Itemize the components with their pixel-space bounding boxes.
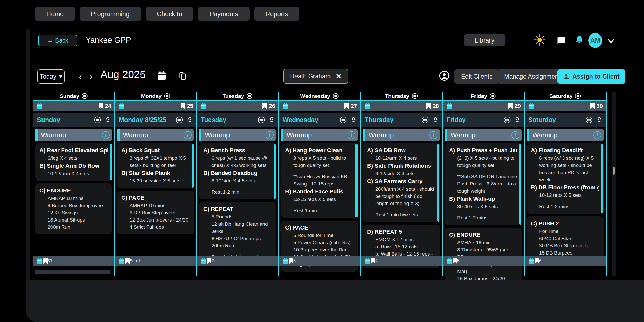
calendar-icon[interactable] [118, 103, 125, 110]
bookmark-icon[interactable] [289, 258, 293, 264]
warmup-section-header[interactable]: Warmupi [35, 129, 112, 141]
person-icon[interactable] [596, 116, 603, 123]
chat-icon[interactable] [556, 36, 566, 45]
eye-icon[interactable] [412, 93, 418, 99]
calendar-icon[interactable] [282, 258, 289, 265]
back-button[interactable]: ← Back [38, 35, 77, 46]
calendar-icon[interactable] [364, 258, 371, 265]
workout-block[interactable]: A) Back Squat3 reps @ 32X1 tempo X 5 set… [117, 143, 194, 188]
warmup-section-header[interactable]: Warmupi [117, 129, 194, 141]
day-card-header-sunday[interactable]: Sunday [33, 113, 114, 127]
eye-icon[interactable] [503, 116, 511, 124]
notifications-bell-icon[interactable] [574, 35, 584, 45]
workout-block[interactable]: A) Rear Foot Elevated Split S...6/leg X … [35, 143, 112, 181]
chip-remove-icon[interactable]: ✕ [336, 72, 341, 80]
assign-to-client-button[interactable]: Assign to Client [557, 69, 625, 84]
nav-home[interactable]: Home [35, 7, 75, 21]
chevron-down-icon[interactable] [607, 37, 615, 45]
person-icon[interactable] [186, 116, 193, 123]
workout-block[interactable]: A) Floating Deadlift6 reps (w/ 3 sec neg… [527, 143, 604, 214]
day-card-header-friday[interactable]: Friday [443, 113, 524, 127]
bookmark-icon[interactable] [99, 103, 103, 109]
day-card-header-monday[interactable]: Monday 8/25/25 [115, 113, 196, 127]
eye-icon[interactable] [421, 116, 429, 124]
person-icon[interactable] [432, 116, 439, 123]
avatar[interactable]: AM [588, 33, 602, 48]
eye-icon[interactable] [575, 93, 581, 99]
person-icon[interactable] [268, 116, 275, 123]
today-button[interactable]: Today [37, 69, 65, 84]
person-icon[interactable] [350, 116, 357, 123]
calendar-icon[interactable] [446, 103, 453, 110]
bookmark-icon[interactable] [590, 103, 595, 109]
eye-icon[interactable] [246, 93, 253, 99]
info-icon[interactable]: i [266, 131, 274, 139]
eye-icon[interactable] [340, 116, 347, 124]
workout-block[interactable]: A) Hang Power Clean3 reps X 5 sets - bui… [281, 143, 358, 218]
info-icon[interactable]: i [429, 131, 437, 139]
next-week-button[interactable]: › [90, 71, 92, 81]
workout-block[interactable]: C) PUSH 2For Time60/40 Cal Bike30 DB Box… [527, 216, 604, 260]
bookmark-icon[interactable] [125, 258, 130, 264]
calendar-icon[interactable] [200, 103, 207, 110]
workout-block[interactable]: A) SA DB Row10-12/arm X 4 setsB) Side Pl… [363, 143, 440, 222]
calendar-scrollbar-track[interactable] [612, 92, 616, 276]
person-icon[interactable] [104, 116, 111, 123]
nav-payments[interactable]: Payments [198, 7, 249, 21]
warmup-section-header[interactable]: Warmupi [363, 129, 440, 141]
calendar-icon[interactable] [118, 258, 125, 265]
calendar-icon[interactable] [528, 103, 535, 110]
calendar-icon[interactable] [528, 258, 535, 265]
workout-block[interactable]: C) REPEAT5 Rounds12 alt Db Hang Clean an… [199, 202, 276, 264]
eye-icon[interactable] [81, 93, 88, 99]
info-icon[interactable]: i [102, 131, 110, 139]
day-card-header-thursday[interactable]: Thursday [361, 113, 442, 127]
workout-block[interactable]: C) PACEAMRAP 10 mins6 DB Box Step-overs1… [117, 191, 194, 234]
nav-reports[interactable]: Reports [254, 7, 300, 21]
calendar-icon[interactable] [200, 258, 207, 265]
calendar-icon[interactable] [36, 103, 43, 110]
bookmark-icon[interactable] [262, 103, 267, 109]
calendar-icon[interactable] [282, 103, 289, 110]
info-icon[interactable]: i [511, 131, 519, 139]
warmup-section-header[interactable]: Warmupi [445, 129, 522, 141]
bookmark-icon[interactable] [426, 103, 431, 109]
bookmark-icon[interactable] [508, 103, 513, 109]
bookmark-icon[interactable] [535, 258, 539, 264]
eye-icon[interactable] [94, 116, 101, 124]
bookmark-icon[interactable] [371, 258, 375, 264]
eye-icon[interactable] [176, 116, 183, 124]
prev-week-button[interactable]: ‹ [79, 71, 82, 81]
calendar-icon[interactable] [364, 103, 371, 110]
nav-check-in[interactable]: Check In [146, 7, 194, 21]
bookmark-icon[interactable] [43, 258, 48, 264]
person-icon[interactable] [514, 116, 521, 123]
warmup-section-header[interactable]: Warmupi [527, 129, 604, 141]
workout-block[interactable]: C) ENDUREAMRAP 18 mins9 Burpee Box Jump-… [35, 183, 112, 234]
eye-icon[interactable] [258, 116, 265, 124]
calendar-icon[interactable] [36, 258, 43, 265]
bookmark-icon[interactable] [207, 258, 211, 264]
info-icon[interactable]: i [348, 131, 355, 139]
nav-programming[interactable]: Programming [80, 7, 141, 21]
eye-icon[interactable] [164, 93, 170, 99]
client-profile-icon[interactable] [439, 70, 450, 81]
info-icon[interactable]: i [184, 131, 192, 139]
eye-icon[interactable] [333, 93, 339, 99]
warmup-section-header[interactable]: Warmupi [199, 129, 276, 141]
theme-sun-icon[interactable] [534, 34, 546, 46]
day-card-header-tuesday[interactable]: Tuesday [197, 113, 278, 127]
day-card-header-saturday[interactable]: Saturday [525, 113, 606, 127]
calendar-icon[interactable] [446, 258, 453, 265]
calendar-scrollbar-thumb[interactable] [613, 167, 615, 175]
copy-icon[interactable] [178, 71, 188, 81]
workout-block[interactable]: A) Push Press + Push Jerk(2+3) X 5 sets … [445, 143, 522, 225]
eye-icon[interactable] [489, 93, 496, 99]
info-icon[interactable]: i [593, 131, 601, 139]
workout-block[interactable]: A) Bench Press6 reps (w/ 1 sec pause @ c… [199, 143, 276, 199]
bookmark-icon[interactable] [181, 103, 185, 109]
calendar-icon[interactable] [157, 71, 167, 81]
eye-icon[interactable] [585, 116, 593, 124]
warmup-section-header[interactable]: Warmupi [281, 129, 358, 141]
day-card-header-wednesday[interactable]: Wednesday [279, 113, 360, 127]
